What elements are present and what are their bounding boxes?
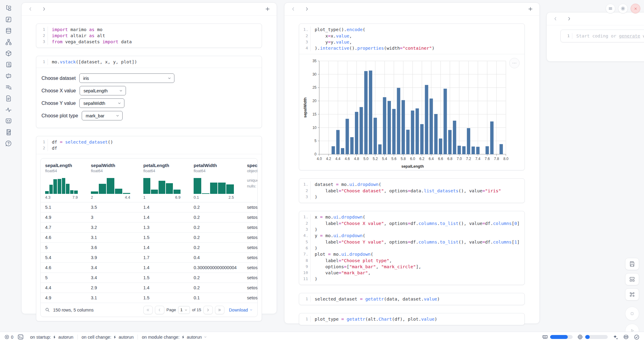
- autorun-config[interactable]: on module change:autorun: [142, 335, 207, 340]
- table-row[interactable]: 4.42.91.40.2setosa: [41, 283, 257, 293]
- scratchpad-icon[interactable]: [5, 129, 12, 136]
- next-page-button[interactable]: [203, 306, 213, 314]
- plot-type-cell[interactable]: 1plot_type = getattr(alt.Chart(df), plot…: [299, 313, 525, 325]
- add-cell-button[interactable]: [528, 6, 533, 12]
- outline-icon[interactable]: [5, 118, 12, 124]
- table-column-species[interactable]: speciesobjectunique:nulls:: [242, 163, 257, 202]
- table-column-sepalWidth[interactable]: sepalWidthfloat6424.4: [86, 163, 139, 202]
- autorun-config[interactable]: on cell change:autorun: [82, 335, 134, 340]
- documentation-icon[interactable]: [5, 61, 12, 68]
- column-forward-button[interactable]: [41, 6, 47, 12]
- table-body: 5.13.51.40.2setosa4.931.40.2setosa4.73.2…: [41, 202, 257, 303]
- altair-chart[interactable]: 4.04.24.44.64.85.05.25.45.65.86.06.26.46…: [299, 54, 524, 170]
- choose-dataset-select[interactable]: iris: [79, 73, 174, 83]
- page-select[interactable]: 1: [178, 306, 190, 314]
- column-back-button[interactable]: [28, 6, 33, 12]
- last-page-button[interactable]: [215, 306, 224, 314]
- add-cell-button[interactable]: [265, 6, 270, 12]
- variables-icon[interactable]: [5, 16, 12, 23]
- copilot-button[interactable]: [623, 334, 629, 340]
- table-row[interactable]: 4.931.40.2setosa: [41, 212, 257, 222]
- close-button[interactable]: [631, 4, 640, 13]
- table-row[interactable]: 5.13.51.40.2setosa: [41, 202, 257, 212]
- svg-text:7.0: 7.0: [457, 157, 462, 161]
- middle-column-header: [284, 3, 539, 16]
- table-row[interactable]: 5.43.91.70.4setosa: [41, 252, 257, 262]
- table-header: sepalLengthfloat644.37.9sepalWidthfloat6…: [41, 159, 257, 202]
- svg-text:6.6: 6.6: [438, 157, 443, 161]
- svg-text:5: 5: [314, 139, 317, 143]
- connection-status-button[interactable]: [634, 334, 640, 340]
- terminal-button[interactable]: [17, 334, 24, 340]
- dropdown-label: Choose dataset: [41, 76, 76, 81]
- xy-plot-dropdown-cell[interactable]: 1⌄x = mo.ui.dropdown(2 label="Choose X v…: [299, 211, 525, 285]
- autorun-items: on startup:autorunon cell change:autorun…: [30, 335, 207, 340]
- vstack-cell[interactable]: 1mo.vstack([dataset, x, y, plot]) Choose…: [36, 56, 262, 128]
- selected-dataset-cell[interactable]: 1selected_dataset = getattr(data, datase…: [299, 293, 525, 305]
- dataset-dropdown-cell[interactable]: 1⌄dataset = mo.ui.dropdown(2 label="Choo…: [299, 178, 525, 203]
- prev-page-button[interactable]: [155, 306, 164, 314]
- dropdown-label: Choose plot type: [41, 113, 78, 119]
- dataframe-table: sepalLengthfloat644.37.9sepalWidthfloat6…: [40, 158, 258, 317]
- settings-button[interactable]: [618, 4, 628, 13]
- datasources-icon[interactable]: [5, 27, 12, 34]
- svg-text:sepalLength: sepalLength: [401, 164, 424, 169]
- tracing-icon[interactable]: [5, 106, 12, 113]
- column-back-button[interactable]: [553, 16, 558, 21]
- table-summary: 150 rows, 5 columns: [53, 308, 94, 312]
- dependency-graph-icon[interactable]: [5, 39, 12, 45]
- help-icon[interactable]: [5, 140, 12, 147]
- dropdown-label: Choose X value: [41, 88, 76, 94]
- column-histogram: [45, 177, 78, 194]
- column-forward-button[interactable]: [567, 16, 572, 21]
- snippets-icon[interactable]: [5, 95, 12, 102]
- table-row[interactable]: 4.63.41.40.3000000000000004setosa: [41, 262, 257, 273]
- command-palette-button[interactable]: [625, 288, 639, 301]
- choose-x-value-select[interactable]: sepalLength: [80, 86, 126, 95]
- svg-text:25: 25: [313, 85, 317, 90]
- chart-menu-button[interactable]: [509, 58, 520, 68]
- dataframe-cell[interactable]: 1df = selected_dataset()2df sepalLengthf…: [36, 136, 262, 321]
- packages-icon[interactable]: [5, 50, 12, 57]
- logs-icon[interactable]: [5, 84, 12, 91]
- table-row[interactable]: 4.93.11.50.1setosa: [41, 293, 257, 303]
- imports-cell[interactable]: 1import marimo as mo2import altair as al…: [36, 23, 262, 48]
- file-explorer-icon[interactable]: [5, 5, 12, 12]
- column-forward-button[interactable]: [304, 6, 309, 12]
- new-cell-editor[interactable]: 1 Start coding or generate with AI: [560, 30, 644, 42]
- column-back-button[interactable]: [291, 6, 296, 12]
- download-button[interactable]: Download: [229, 308, 253, 312]
- choose-y-value-select[interactable]: sepalWidth: [79, 98, 124, 108]
- table-column-petalWidth[interactable]: petalWidthfloat640.12.5: [189, 163, 242, 202]
- table-row[interactable]: 4.63.11.50.2setosa: [41, 232, 257, 242]
- autorun-config[interactable]: on startup:autorun: [30, 335, 73, 340]
- table-row[interactable]: 4.73.21.30.2setosa: [41, 222, 257, 232]
- right-column-header: [547, 12, 644, 25]
- svg-text:5.0: 5.0: [363, 157, 369, 161]
- svg-text:5.8: 5.8: [401, 157, 406, 161]
- page-label: Page: [166, 308, 176, 312]
- search-icon[interactable]: [45, 307, 50, 312]
- table-column-petalLength[interactable]: petalLengthfloat6416.9: [139, 163, 189, 202]
- svg-text:7.2: 7.2: [466, 157, 471, 161]
- svg-text:5.2: 5.2: [373, 157, 378, 161]
- status-bar: 0 on startup:autorunon cell change:autor…: [0, 332, 644, 342]
- save-button[interactable]: [625, 258, 639, 270]
- table-row[interactable]: 53.41.50.2setosa: [41, 273, 257, 283]
- table-row[interactable]: 53.61.40.2setosa: [41, 242, 257, 252]
- menu-button[interactable]: [606, 4, 615, 13]
- ai-assist-button[interactable]: [612, 334, 618, 340]
- choose-plot-type-select[interactable]: mark_bar: [82, 111, 123, 120]
- error-indicator[interactable]: 0: [4, 334, 13, 340]
- window-controls: [606, 4, 640, 13]
- plot-cell[interactable]: 1⌄plot_type().encode(2 x=x.value,3 y=y.v…: [299, 23, 525, 170]
- memory-bar-fill: [550, 335, 568, 339]
- lightning-icon: [181, 335, 185, 339]
- ai-chat-icon[interactable]: [5, 73, 12, 79]
- table-column-sepalLength[interactable]: sepalLengthfloat644.37.9: [41, 163, 86, 202]
- stop-button[interactable]: [625, 307, 639, 321]
- svg-text:4.4: 4.4: [335, 157, 341, 161]
- generate-with-ai-link[interactable]: generate: [619, 34, 640, 38]
- layout-button[interactable]: [625, 273, 639, 285]
- first-page-button[interactable]: [143, 306, 153, 314]
